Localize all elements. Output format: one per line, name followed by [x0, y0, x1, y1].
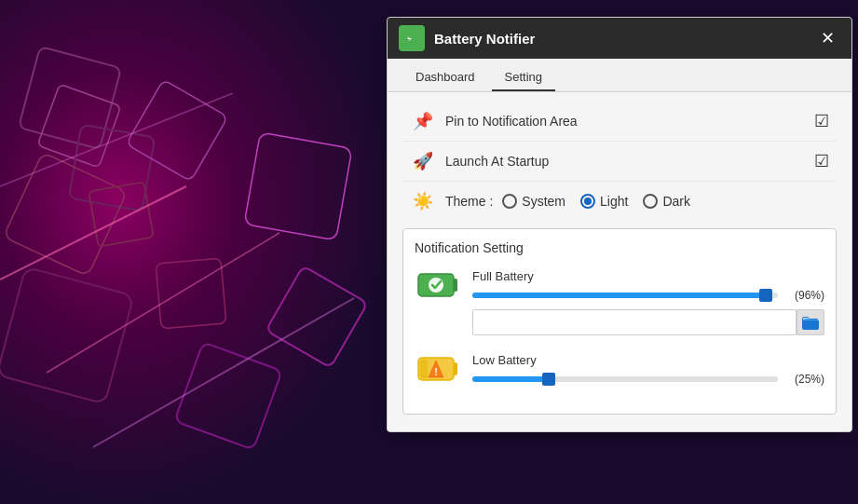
low-battery-value: (25%) [785, 373, 824, 386]
tab-dashboard[interactable]: Dashboard [402, 64, 488, 91]
full-battery-title: Full Battery [472, 269, 824, 283]
theme-system-label: System [522, 194, 565, 209]
full-battery-thumb[interactable] [759, 289, 772, 302]
bg-decorative-svg [0, 0, 391, 504]
title-bar: Battery Notifier ✕ [388, 18, 851, 59]
svg-line-14 [0, 93, 233, 186]
full-battery-fill [472, 293, 766, 298]
low-battery-icon: ! [415, 350, 461, 388]
low-battery-thumb[interactable] [542, 373, 555, 386]
full-battery-icon [415, 266, 461, 304]
svg-rect-6 [0, 267, 133, 404]
svg-line-12 [47, 233, 279, 373]
low-battery-title: Low Battery [472, 353, 824, 367]
pin-checkbox[interactable]: ☑ [814, 111, 829, 131]
full-battery-info: Full Battery (96%) [472, 269, 824, 302]
pin-label: Pin to Notification Area [445, 114, 814, 129]
settings-content: 📌 Pin to Notification Area ☑ 🚀 Launch At… [388, 92, 851, 431]
theme-icon: ☀️ [410, 191, 436, 211]
app-icon [399, 25, 425, 51]
full-battery-row: Full Battery (96%) [415, 266, 824, 304]
section-title: Notification Setting [415, 240, 824, 255]
full-battery-file-input[interactable] [472, 309, 797, 335]
svg-rect-0 [19, 47, 121, 149]
notification-section: Notification Setting Full Battery [402, 228, 837, 415]
theme-light-radio[interactable] [580, 194, 595, 209]
low-battery-svg: ! [416, 352, 459, 386]
full-battery-svg [416, 268, 459, 302]
svg-rect-9 [244, 132, 352, 240]
theme-dark-option[interactable]: Dark [643, 194, 690, 209]
close-button[interactable]: ✕ [814, 25, 840, 51]
low-battery-info: Low Battery (25%) [472, 353, 824, 386]
theme-light-label: Light [600, 194, 628, 209]
theme-radio-group: System Light Dark [502, 194, 690, 209]
full-battery-slider-container: (96%) [472, 289, 824, 302]
theme-dark-radio[interactable] [643, 194, 658, 209]
low-battery-fill [472, 376, 549, 382]
low-battery-slider[interactable] [472, 376, 778, 382]
full-battery-slider[interactable] [472, 293, 778, 298]
low-battery-row: ! Low Battery (25%) [415, 350, 824, 388]
full-battery-value: (96%) [785, 289, 824, 302]
launch-label: Launch At Startup [445, 154, 814, 169]
low-battery-slider-container: (25%) [472, 373, 824, 386]
svg-rect-2 [69, 125, 156, 211]
pin-row: 📌 Pin to Notification Area ☑ [402, 102, 837, 142]
svg-rect-8 [174, 342, 281, 449]
svg-rect-24 [420, 360, 428, 378]
folder-icon [802, 314, 819, 331]
full-battery-file-row [472, 309, 824, 335]
svg-rect-23 [454, 362, 457, 375]
launch-icon: 🚀 [410, 151, 436, 171]
theme-row: ☀️ Theme : System Light Dark [402, 182, 837, 221]
tab-setting[interactable]: Setting [492, 64, 555, 91]
theme-system-option[interactable]: System [502, 194, 565, 209]
svg-rect-4 [89, 182, 154, 247]
app-window: Battery Notifier ✕ Dashboard Setting 📌 P… [387, 17, 852, 432]
svg-text:!: ! [434, 366, 438, 377]
svg-rect-7 [156, 258, 226, 329]
theme-light-option[interactable]: Light [580, 194, 628, 209]
pin-icon: 📌 [410, 111, 436, 131]
launch-row: 🚀 Launch At Startup ☑ [402, 142, 837, 182]
svg-rect-16 [418, 35, 420, 41]
theme-label: Theme : [445, 194, 493, 209]
launch-checkbox[interactable]: ☑ [814, 151, 829, 171]
full-battery-item: Full Battery (96%) [415, 266, 824, 335]
theme-system-radio[interactable] [502, 194, 517, 209]
battery-icon-svg [402, 29, 421, 48]
theme-dark-label: Dark [662, 194, 690, 209]
svg-rect-19 [454, 279, 457, 292]
svg-rect-10 [266, 266, 367, 367]
svg-rect-3 [4, 153, 128, 277]
tab-bar: Dashboard Setting [388, 59, 851, 92]
window-title: Battery Notifier [434, 31, 814, 47]
full-battery-file-button[interactable] [797, 309, 824, 335]
low-battery-item: ! Low Battery (25%) [415, 350, 824, 388]
